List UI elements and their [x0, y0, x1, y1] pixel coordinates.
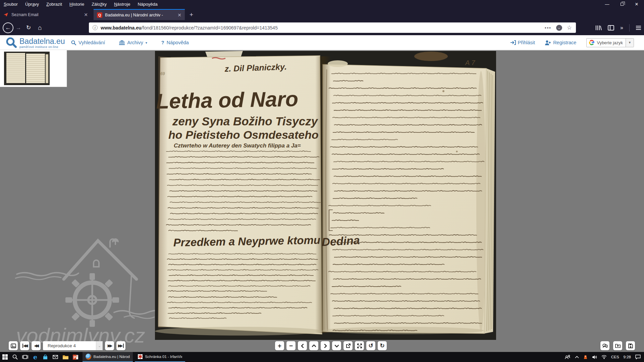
nav-search[interactable]: Vyhledávání	[71, 40, 105, 45]
manuscript-image[interactable]: z. Dil Planiczky. 69 A 7 Letha od Naro z…	[155, 51, 496, 340]
save-download-icon	[628, 344, 633, 348]
tab-seznam-email[interactable]: Seznam Email ✕	[0, 9, 91, 20]
tab-close-icon[interactable]: ✕	[84, 12, 88, 17]
section-heading: Przedkem a Neyprwe ktomu	[173, 234, 320, 249]
home-button[interactable]: ⌂	[35, 23, 45, 33]
pan-down-button[interactable]	[332, 341, 341, 350]
add-user-icon	[545, 40, 551, 45]
task-view-button[interactable]	[20, 352, 30, 362]
minimize-button[interactable]: —	[600, 0, 614, 8]
overflow-chevrons-icon[interactable]: »	[620, 25, 623, 31]
url-text: www.badatelna.eu/fond/181560/reprodukce/…	[101, 25, 278, 31]
menu-item-5[interactable]: Záložky	[88, 0, 110, 8]
powerpoint-icon: P	[73, 355, 78, 360]
open-folder-button[interactable]	[613, 341, 622, 350]
taskbar-window-irfanview[interactable]: Schránka 01 - IrfanVie...	[135, 352, 185, 362]
file-explorer-button[interactable]	[60, 352, 70, 362]
library-icon[interactable]	[595, 25, 602, 31]
back-button[interactable]: ←	[3, 22, 13, 33]
save-button[interactable]	[626, 341, 635, 350]
urlbar-actions: ••• ⌄ ☆	[545, 24, 576, 31]
clock[interactable]: 9:28	[624, 355, 631, 359]
bookmark-star-icon[interactable]: ☆	[567, 24, 572, 31]
close-button[interactable]: ✕	[629, 0, 644, 8]
sidebar-icon[interactable]	[608, 25, 614, 31]
last-page-button[interactable]: ▶▶	[116, 341, 125, 350]
vlc-cone-icon[interactable]	[583, 355, 588, 359]
menu-item-2[interactable]: Úpravy	[21, 0, 43, 8]
pan-left-button[interactable]	[298, 341, 307, 350]
rotate-ccw-button[interactable]: ↺	[366, 341, 375, 350]
mail-button[interactable]	[50, 352, 60, 362]
rotate-cw-button[interactable]: ↻	[378, 341, 387, 350]
reload-button[interactable]: ↻	[23, 23, 34, 33]
previous-icon: ◀◀	[34, 344, 38, 348]
comments-button[interactable]	[600, 341, 609, 350]
image-viewer[interactable]: vodnimlyny.cz	[0, 50, 644, 352]
ink-spot	[456, 151, 458, 153]
svg-text:P: P	[73, 355, 76, 359]
page-actions-icon[interactable]: •••	[545, 25, 551, 30]
menu-items: SouborÚpravyZobrazitHistorieZáložkyNástr…	[0, 0, 161, 8]
overview-image-button[interactable]	[9, 341, 18, 350]
store-bag-icon	[43, 355, 48, 360]
restore-button[interactable]	[614, 0, 629, 8]
page-thumbnail[interactable]	[4, 52, 50, 85]
first-page-button[interactable]: ◀◀	[20, 341, 29, 350]
register-link[interactable]: Registrace	[545, 40, 576, 45]
pocket-icon[interactable]: ⌄	[556, 25, 562, 31]
tab-close-icon[interactable]: ✕	[177, 12, 181, 18]
keyboard-layout[interactable]: CES	[611, 355, 619, 359]
fullscreen-button[interactable]	[355, 341, 364, 350]
menu-item-4[interactable]: Historie	[66, 0, 88, 8]
site-info-icon[interactable]: i	[93, 25, 98, 30]
next-page-button[interactable]: ▶▶	[105, 341, 114, 350]
zoom-in-button[interactable]: +	[275, 341, 284, 350]
chevron-left-icon	[301, 344, 305, 348]
nav-archives[interactable]: Archivy ▾	[119, 40, 147, 45]
menu-item-3[interactable]: Zobrazit	[43, 0, 66, 8]
open-external-button[interactable]	[343, 341, 353, 350]
menu-item-1[interactable]: Soubor	[0, 0, 21, 8]
logo-tagline: paměťové instituce on-line	[19, 45, 65, 49]
windows-taskbar: e P Badatelna.eu | Národ... Schránka 01 …	[0, 352, 644, 362]
people-icon[interactable]	[565, 355, 571, 359]
badatelna-logo[interactable]: Badatelna.eu paměťové instituce on-line	[5, 37, 65, 49]
hamburger-menu-icon[interactable]	[636, 25, 641, 30]
menu-item-6[interactable]: Nástroje	[110, 0, 134, 8]
powerpoint-button[interactable]: P	[70, 352, 80, 362]
hidden-icons-chevron[interactable]	[575, 356, 579, 358]
url-bar[interactable]: i www.badatelna.eu/fond/181560/reprodukc…	[89, 22, 576, 33]
menu-item-7[interactable]: Nápověda	[134, 0, 161, 8]
pan-right-button[interactable]	[321, 341, 330, 350]
nav-help[interactable]: ? Nápověda	[161, 40, 189, 45]
window-title: Schránka 01 - IrfanVie...	[145, 355, 182, 359]
start-button[interactable]	[0, 352, 10, 362]
forward-button[interactable]: →	[13, 23, 23, 33]
page-select-dropdown[interactable]: Reprodukce 4 ⌄	[43, 341, 103, 350]
pan-up-button[interactable]	[309, 341, 318, 350]
title-line-1: Letha od Naro	[156, 87, 299, 113]
store-button[interactable]	[40, 352, 50, 362]
thumbnail-panel	[0, 50, 67, 87]
taskbar-window-badatelna[interactable]: Badatelna.eu | Národ...	[83, 352, 133, 362]
restore-icon	[621, 3, 624, 6]
login-link[interactable]: Přihlásit	[511, 40, 535, 45]
tab-badatelna[interactable]: Q Badatelna.eu | Národní archiv - ✕	[94, 9, 185, 20]
edge-button[interactable]: e	[30, 352, 40, 362]
volume-icon[interactable]	[592, 355, 597, 359]
action-center-icon[interactable]	[635, 355, 641, 359]
wifi-icon[interactable]	[601, 355, 607, 359]
language-select[interactable]: Vyberte jazyk ▼	[586, 38, 634, 47]
image-icon	[11, 344, 16, 348]
next-icon: ▶▶	[108, 344, 111, 348]
previous-page-button[interactable]: ◀◀	[32, 341, 41, 350]
dropdown-caret-icon[interactable]: ⌄	[96, 341, 103, 350]
zoom-out-button[interactable]: −	[286, 341, 296, 350]
right-page	[323, 64, 486, 334]
binding-stain	[414, 52, 448, 61]
nav-help-label: Nápověda	[167, 40, 189, 45]
language-caret-icon[interactable]: ▼	[626, 39, 634, 47]
taskbar-search-button[interactable]	[10, 352, 20, 362]
new-tab-button[interactable]: +	[185, 9, 198, 20]
